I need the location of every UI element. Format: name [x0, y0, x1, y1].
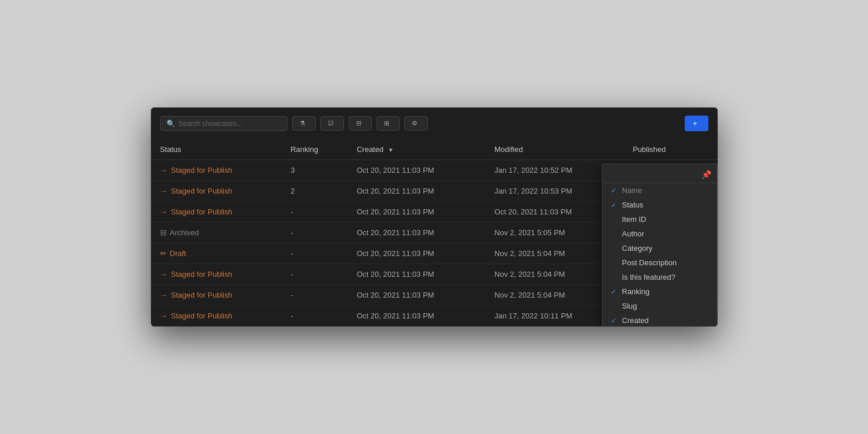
table-wrapper: Status Ranking Created ▼ Modified Publis… — [151, 139, 718, 327]
status-label: Staged for Publish — [171, 311, 232, 320]
col-selector-label: Slug — [622, 302, 637, 310]
staged-icon: → — [160, 207, 168, 216]
select-icon: ☑ — [328, 120, 334, 127]
filter-icon: ⚗ — [300, 120, 305, 127]
import-icon: ⊞ — [384, 120, 389, 127]
cell-created: Oct 20, 2021 11:03 PM — [348, 243, 485, 264]
export-icon: ⊟ — [356, 120, 361, 127]
status-label: Draft — [170, 249, 186, 258]
table-header-row: Status Ranking Created ▼ Modified Publis… — [151, 139, 718, 160]
search-icon: 🔍 — [167, 120, 175, 128]
archive-icon: ⊟ — [160, 228, 167, 237]
col-selector-item[interactable]: ✓Name — [603, 183, 717, 198]
col-selector-item[interactable]: ✓Status — [603, 198, 717, 212]
cell-ranking: - — [281, 222, 348, 243]
plus-icon: + — [693, 119, 697, 128]
col-check-icon: ✓ — [611, 317, 619, 325]
col-check-icon: ✓ — [611, 201, 619, 209]
search-box[interactable]: 🔍 — [160, 116, 287, 131]
col-selector-item[interactable]: ✓Ranking — [603, 284, 717, 299]
col-selector-dropdown: 📌 ✓Name✓StatusItem IDAuthorCategoryPost … — [602, 164, 718, 327]
cell-status: ✏Draft — [151, 243, 282, 264]
col-selector-item[interactable]: ✓Created — [603, 313, 717, 327]
col-selector-item[interactable]: Is this featured? — [603, 270, 717, 284]
sort-icon: ▼ — [388, 147, 394, 153]
cell-ranking: - — [281, 243, 348, 264]
filter-button[interactable]: ⚗ — [292, 116, 316, 131]
search-input[interactable] — [179, 120, 281, 128]
export-button[interactable]: ⊟ — [349, 116, 372, 131]
status-label: Staged for Publish — [171, 187, 232, 195]
col-selector-label: Category — [622, 244, 653, 253]
modal: 🔍 ⚗ ☑ ⊟ ⊞ ⚙ + — [151, 107, 718, 327]
status-label: Staged for Publish — [171, 166, 232, 175]
cell-status: →Staged for Publish — [151, 264, 282, 285]
cell-ranking: - — [281, 306, 348, 327]
staged-icon: → — [160, 166, 168, 175]
col-check-icon: ✓ — [611, 288, 619, 296]
col-selector-header: 📌 — [603, 168, 717, 183]
cell-created: Oct 20, 2021 11:03 PM — [348, 264, 485, 285]
settings-icon: ⚙ — [412, 120, 418, 127]
col-selector-label: Item ID — [622, 215, 647, 224]
col-check-icon: ✓ — [611, 187, 619, 195]
staged-icon: → — [160, 187, 168, 195]
status-label: Staged for Publish — [171, 207, 232, 216]
col-selector-item[interactable]: Slug — [603, 299, 717, 313]
cell-created: Oct 20, 2021 11:03 PM — [348, 285, 485, 306]
col-header-created[interactable]: Created ▼ — [348, 139, 485, 160]
new-showcase-button[interactable]: + — [685, 116, 708, 131]
col-selector-label: Author — [622, 229, 644, 238]
col-selector-label: Ranking — [622, 287, 650, 296]
col-selector-label: Is this featured? — [622, 273, 676, 281]
cell-created: Oct 20, 2021 11:03 PM — [348, 202, 485, 222]
cell-status: →Staged for Publish — [151, 306, 282, 327]
cell-ranking: 3 — [281, 160, 348, 181]
col-selector-label: Created — [622, 316, 649, 325]
cell-status: →Staged for Publish — [151, 202, 282, 222]
select-button[interactable]: ☑ — [320, 116, 344, 131]
cell-status: →Staged for Publish — [151, 181, 282, 202]
draft-icon: ✏ — [160, 249, 167, 258]
col-header-modified[interactable]: Modified — [485, 139, 623, 160]
cell-created: Oct 20, 2021 11:03 PM — [348, 222, 485, 243]
col-selector-item[interactable]: Post Description — [603, 255, 717, 270]
cell-status: ⊟Archived — [151, 222, 282, 243]
cell-status: →Staged for Publish — [151, 160, 282, 181]
col-header-published[interactable]: Published — [623, 139, 717, 160]
cell-status: →Staged for Publish — [151, 285, 282, 306]
settings-button[interactable]: ⚙ — [404, 116, 428, 131]
staged-icon: → — [160, 311, 168, 320]
col-selector-item[interactable]: Category — [603, 241, 717, 255]
col-selector-label: Post Description — [622, 258, 677, 267]
status-label: Archived — [170, 228, 200, 237]
col-header-status[interactable]: Status — [151, 139, 282, 160]
staged-icon: → — [160, 291, 168, 299]
import-button[interactable]: ⊞ — [376, 116, 400, 131]
cell-created: Oct 20, 2021 11:03 PM — [348, 306, 485, 327]
col-selector-label: Status — [622, 201, 644, 209]
cell-ranking: 2 — [281, 181, 348, 202]
col-header-ranking[interactable]: Ranking — [281, 139, 348, 160]
toolbar: 🔍 ⚗ ☑ ⊟ ⊞ ⚙ + — [151, 107, 718, 139]
status-label: Staged for Publish — [171, 291, 232, 299]
cell-ranking: - — [281, 202, 348, 222]
cell-created: Oct 20, 2021 11:03 PM — [348, 181, 485, 202]
cell-ranking: - — [281, 285, 348, 306]
col-selector-item[interactable]: Author — [603, 227, 717, 241]
cell-created: Oct 20, 2021 11:03 PM — [348, 160, 485, 181]
cell-ranking: - — [281, 264, 348, 285]
col-selector-item[interactable]: Item ID — [603, 212, 717, 227]
col-selector-label: Name — [622, 186, 642, 195]
status-label: Staged for Publish — [171, 270, 232, 279]
pin-icon[interactable]: 📌 — [701, 170, 711, 179]
staged-icon: → — [160, 270, 168, 279]
